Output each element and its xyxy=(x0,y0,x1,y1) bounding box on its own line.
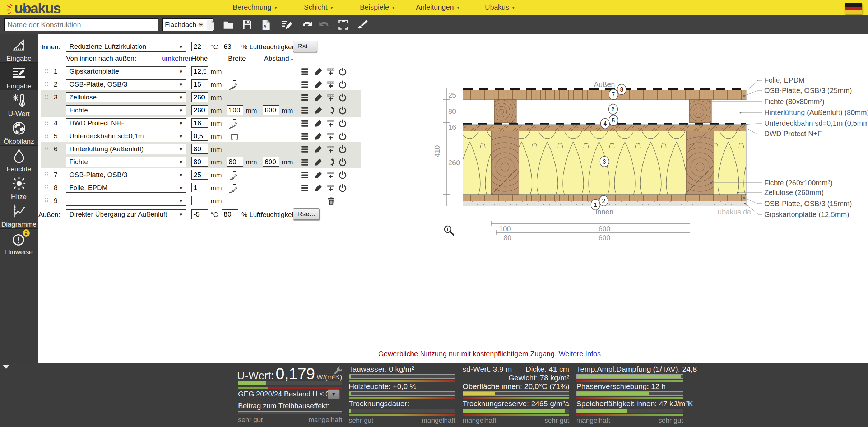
edit-layer-icon[interactable] xyxy=(314,144,323,154)
material-select[interactable]: OSB-Platte, OSB/3▼ xyxy=(66,170,186,180)
menu-beispiele[interactable]: Beispiele▼ xyxy=(360,3,395,11)
edit-layer-icon[interactable] xyxy=(314,80,323,89)
toggle-layer-icon[interactable] xyxy=(338,170,347,180)
beam-width-input[interactable] xyxy=(227,157,243,167)
layer-menu-icon[interactable] xyxy=(300,157,310,167)
layer-menu-icon[interactable] xyxy=(300,106,310,115)
toggle-layer-icon[interactable] xyxy=(338,157,347,167)
thickness-input[interactable] xyxy=(191,105,208,115)
edit-layer-icon[interactable] xyxy=(314,183,323,192)
insert-layer-icon[interactable] xyxy=(326,131,335,141)
thickness-input[interactable] xyxy=(191,196,208,205)
undo-icon[interactable] xyxy=(301,19,312,31)
layer-menu-icon[interactable] xyxy=(300,67,310,76)
material-select[interactable]: Gipskartonplatte▼ xyxy=(66,66,186,76)
weitere-infos-link[interactable]: Weitere Infos xyxy=(558,350,600,358)
ubakus-logo[interactable]: ubakus xyxy=(5,0,60,17)
drag-handle[interactable]: ⠿ xyxy=(45,133,48,139)
beam-width-input[interactable] xyxy=(227,105,243,115)
membrane-profile-icon[interactable] xyxy=(230,131,239,140)
pdf-export-icon[interactable] xyxy=(260,19,271,31)
uwert-settings-wrench-icon[interactable] xyxy=(333,366,343,376)
layer-menu-icon[interactable] xyxy=(300,144,310,154)
edit-layer-icon[interactable] xyxy=(314,170,323,180)
drag-handle[interactable]: ⠿ xyxy=(45,172,48,178)
insert-layer-icon[interactable] xyxy=(326,93,335,102)
layer-menu-icon[interactable] xyxy=(300,119,310,128)
layer-osb-25[interactable] xyxy=(463,90,746,100)
edit-layer-icon[interactable] xyxy=(314,93,323,102)
thickness-input[interactable] xyxy=(191,183,208,192)
toggle-layer-icon[interactable] xyxy=(338,183,347,192)
geg-standard-select[interactable]: ▼ xyxy=(328,389,340,399)
menu-schicht[interactable]: Schicht▼ xyxy=(304,3,334,11)
innen-surface-select[interactable]: Reduzierte Luftzirkulation▼ xyxy=(66,42,186,52)
insert-layer-icon[interactable] xyxy=(326,144,335,154)
insert-layer-icon[interactable] xyxy=(326,80,335,89)
layer-menu-icon[interactable] xyxy=(300,131,310,141)
save-icon[interactable] xyxy=(241,19,253,31)
add-beam-grain-icon[interactable] xyxy=(228,169,237,181)
material-select[interactable]: Hinterlüftung (Außenluft)▼ xyxy=(66,144,186,154)
layer-menu-icon[interactable] xyxy=(300,80,310,89)
drag-handle[interactable]: ⠿ xyxy=(45,198,48,204)
add-beam-grain-icon[interactable] xyxy=(228,117,237,129)
thickness-input[interactable] xyxy=(191,79,208,89)
abstand-header[interactable]: Abstand ▾ xyxy=(264,55,293,62)
open-folder-icon[interactable] xyxy=(223,19,234,31)
insert-layer-icon[interactable] xyxy=(326,119,335,128)
insert-layer-icon[interactable] xyxy=(326,67,335,76)
construction-name-input[interactable] xyxy=(4,18,158,31)
rsi-button[interactable]: Rsi... xyxy=(293,41,317,52)
rse-button[interactable]: Rse... xyxy=(293,208,320,220)
beam-spacing-input[interactable] xyxy=(263,157,279,167)
material-select[interactable]: Folie, EPDM▼ xyxy=(66,183,186,193)
aussen-humidity-input[interactable] xyxy=(222,209,238,219)
rotate-beam-icon[interactable] xyxy=(326,157,335,167)
thickness-input[interactable] xyxy=(191,92,208,102)
drag-handle[interactable]: ⠿ xyxy=(45,94,48,101)
edit-layer-icon[interactable] xyxy=(314,131,323,141)
drag-handle[interactable]: ⠿ xyxy=(45,120,48,126)
material-select[interactable]: Unterdeckbahn sd=0,1m▼ xyxy=(66,131,186,141)
toggle-layer-icon[interactable] xyxy=(338,119,347,128)
thickness-input[interactable] xyxy=(191,157,208,167)
insert-layer-icon[interactable] xyxy=(326,170,335,180)
edit-layer-icon[interactable] xyxy=(314,119,323,128)
thickness-input[interactable] xyxy=(191,66,208,76)
german-flag-icon[interactable] xyxy=(845,3,862,14)
beam-spacing-input[interactable] xyxy=(263,105,279,115)
zoom-in-icon[interactable] xyxy=(445,226,454,235)
rotate-beam-icon[interactable] xyxy=(326,106,335,115)
new-document-icon[interactable] xyxy=(205,19,216,31)
innen-humidity-input[interactable] xyxy=(222,42,238,51)
aussen-temp-input[interactable] xyxy=(191,209,208,219)
innen-temp-input[interactable] xyxy=(191,42,208,51)
menu-ubakus[interactable]: Ubakus▼ xyxy=(485,3,515,11)
brush-icon[interactable] xyxy=(357,19,368,31)
material-select[interactable]: ▼ xyxy=(66,196,186,206)
layer-menu-icon[interactable] xyxy=(300,170,310,180)
toggle-layer-icon[interactable] xyxy=(338,67,347,76)
edit-report-icon[interactable] xyxy=(281,19,292,31)
thickness-input[interactable] xyxy=(191,144,208,154)
add-beam-grain-icon[interactable] xyxy=(228,182,237,194)
edit-layer-icon[interactable] xyxy=(314,157,323,167)
redo-icon[interactable] xyxy=(319,19,330,31)
add-beam-grain-icon[interactable] xyxy=(228,79,237,90)
delete-layer-icon[interactable] xyxy=(326,196,336,206)
aussen-surface-select[interactable]: Direkter Übergang zur Außenluft▼ xyxy=(66,209,186,219)
thickness-input[interactable] xyxy=(191,118,208,128)
material-select[interactable]: Fichte▼ xyxy=(66,157,186,167)
drag-handle[interactable]: ⠿ xyxy=(45,81,48,88)
drag-handle[interactable]: ⠿ xyxy=(45,68,48,75)
toggle-layer-icon[interactable] xyxy=(338,80,347,89)
menu-anleitungen[interactable]: Anleitungen▼ xyxy=(416,3,460,11)
material-select[interactable]: Fichte▼ xyxy=(66,105,186,115)
toggle-layer-icon[interactable] xyxy=(338,144,347,154)
layer-menu-icon[interactable] xyxy=(300,183,310,192)
material-select[interactable]: DWD Protect N+F▼ xyxy=(66,118,186,128)
toggle-layer-icon[interactable] xyxy=(338,106,347,115)
edit-layer-icon[interactable] xyxy=(314,106,323,115)
toggle-layer-icon[interactable] xyxy=(338,131,347,141)
